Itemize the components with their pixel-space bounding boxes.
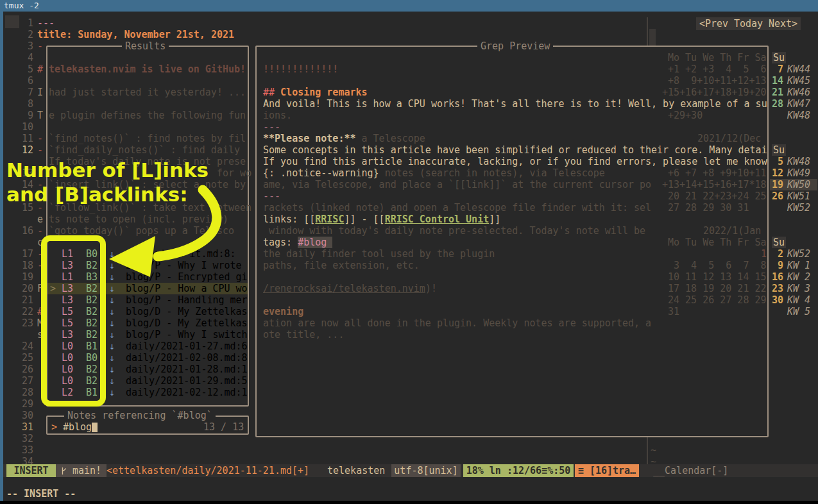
calendar-today-button[interactable]: Today xyxy=(731,17,766,30)
prompt-panel-title: Notes referencing `#blog` xyxy=(64,410,216,421)
buffer-line-seg: telekasten.nvim is live on GitHub! xyxy=(49,63,246,75)
down-arrow-icon: ↓ xyxy=(109,329,115,340)
preview-line-seg: #blog xyxy=(298,237,332,248)
buffer-line-seg: `find_notes()` : find notes by fil xyxy=(49,133,246,144)
preview-line: the daily finder tool used by the plugin xyxy=(263,248,495,260)
calendar-week-number: KW45 xyxy=(787,75,810,87)
calendar-week-number: KW48 xyxy=(787,156,810,167)
preview-line: +15+16+17+18+19+20 xyxy=(662,87,767,98)
result-file: blog/P - Why I switche xyxy=(126,329,248,340)
preview-line-seg: evening xyxy=(263,306,303,317)
calendar-date[interactable]: 19 xyxy=(772,179,783,190)
preview-line: window with today's daily note pre-selec… xyxy=(263,225,645,237)
prompt-input[interactable]: #blog xyxy=(63,421,92,433)
preview-line: links: [[RRISC]] - [[RRISC Control Unit]… xyxy=(263,214,500,225)
buffer-line-seg: title: Sunday, November 21st, 2021 xyxy=(37,29,234,40)
preview-line: 17 18 19 20 21 22 xyxy=(668,283,767,294)
line-number: 20 xyxy=(12,283,33,294)
preview-line: tags: #blog xyxy=(263,237,332,248)
statusline: INSERT main!<ettelkasten/daily/2021-11-2… xyxy=(3,464,818,477)
calendar-date[interactable]: 26 xyxy=(772,190,783,202)
preview-line: --- xyxy=(263,190,280,202)
calendar-prev-button[interactable]: <Prev xyxy=(696,17,731,30)
preview-line: +13+14+15+16+17*18 xyxy=(662,179,767,190)
down-arrow-icon: ↓ xyxy=(109,364,115,375)
buffer-line-seg: --- xyxy=(37,17,55,29)
calendar-date[interactable]: 16 xyxy=(772,271,783,283)
calendar-date[interactable]: 28 xyxy=(772,98,783,110)
buffer-line: had just started it yesterday! ... xyxy=(49,87,246,98)
preview-line-seg: RRISC Control Unit xyxy=(385,214,490,225)
calendar-next-button[interactable]: Next> xyxy=(765,17,801,30)
line-number: 7 xyxy=(12,87,33,98)
line-number: 18 xyxy=(12,260,33,271)
line-number: 8 xyxy=(12,98,33,110)
preview-line-seg: Some concepts in this article have been … xyxy=(263,144,767,156)
down-arrow-icon: ↓ xyxy=(109,294,115,306)
calendar-date[interactable]: 12 xyxy=(772,167,783,179)
preview-line: 2022/1(Jan xyxy=(703,225,761,237)
preview-line-seg: )! xyxy=(425,283,437,294)
line-number: 23 xyxy=(12,317,33,329)
calendar-date[interactable]: 30 xyxy=(772,294,783,306)
window-titlebar[interactable]: tmux -2 xyxy=(0,0,818,12)
down-arrow-icon: ↓ xyxy=(109,352,115,364)
calendar-date[interactable]: 9 xyxy=(772,260,783,271)
preview-line-seg: window with today's daily note pre-selec… xyxy=(263,225,645,237)
preview-line-seg: ation are now all done in the plugin. We… xyxy=(263,317,651,329)
preview-line-seg: +29+30 xyxy=(668,110,703,121)
window-border-left xyxy=(0,12,3,504)
line-number: 1 xyxy=(12,17,33,29)
buffer-line-seg: had just started it yesterday! ... xyxy=(49,87,246,98)
down-arrow-icon: ↓ xyxy=(109,340,115,352)
warning-segment: ≡ [16]tra… xyxy=(575,464,639,477)
encoding-segment: utf-8[unix] xyxy=(391,464,461,477)
preview-line: If you find this article inaccurate, lac… xyxy=(263,156,767,167)
calendar-date[interactable]: 14 xyxy=(772,75,783,87)
preview-line-seg: **Please note:** xyxy=(263,133,356,144)
git-branch-segment: main! xyxy=(56,464,107,477)
preview-line-seg: 17 18 19 20 21 22 xyxy=(668,283,767,294)
preview-line: 20 21 22+23+24 25 xyxy=(668,190,767,202)
calendar-date[interactable]: 21 xyxy=(772,87,783,98)
preview-line-seg: Closing remarks xyxy=(280,87,367,98)
preview-line: 3 4 5 6 7 8 xyxy=(668,260,767,271)
preview-line-seg: notes (search in notes), via Telescope xyxy=(379,167,605,179)
buffer-margin-char: - xyxy=(37,133,43,144)
preview-line-seg: ote title, ... xyxy=(263,329,344,340)
prompt-char: > xyxy=(51,421,57,433)
calendar-date[interactable]: 2 xyxy=(772,248,783,260)
calendar-week-number: KW50 xyxy=(787,179,810,190)
calendar-week-number: KW51 xyxy=(787,190,810,202)
preview-line-seg: And voila! This is how a CPU works! That… xyxy=(263,98,767,110)
preview-line-seg: ]] xyxy=(489,214,500,225)
buffer-line: title: Sunday, November 21st, 2021 xyxy=(37,29,234,40)
calendar-date[interactable]: 23 xyxy=(772,283,783,294)
preview-line-seg: +13+14+15+16+17*18 xyxy=(662,179,767,190)
filetype-segment: telekasten xyxy=(327,464,385,477)
line-number: 10 xyxy=(12,121,33,133)
preview-line: 27 28 29 30 31 xyxy=(668,202,749,214)
preview-line-seg: +6 +7 +8 +9+10+11 xyxy=(668,167,767,179)
preview-line-seg: ]] - [[ xyxy=(344,214,384,225)
preview-line: 24 25 26 27 28 29 xyxy=(668,294,767,306)
line-number: 19 xyxy=(12,271,33,283)
calendar-week-number: KW47 xyxy=(787,98,810,110)
buffer-line: for wo xyxy=(217,167,251,179)
result-file: blog/P - Encrypted git xyxy=(126,271,248,283)
calendar-date[interactable]: 7 xyxy=(772,63,783,75)
terminal-window: 1234567891011121314151617181920212223242… xyxy=(0,0,818,504)
preview-line-seg: the daily finder tool used by the plugin xyxy=(263,248,495,260)
calendar-date[interactable]: 5 xyxy=(772,156,783,167)
down-arrow-icon: ↓ xyxy=(109,248,115,260)
result-file: daily/2021-02-12.md:10 xyxy=(126,387,248,398)
result-file: daily/2021-01-28.md:10 xyxy=(126,364,248,375)
preview-line-seg: 2022/1(Jan xyxy=(703,225,761,237)
preview-line-seg: 27 28 29 30 31 xyxy=(668,202,749,214)
position-segment: 18% ln :12/66≡%:50 xyxy=(463,464,574,477)
preview-line-seg: RRISC xyxy=(315,214,344,225)
preview-line-seg: --- xyxy=(263,190,280,202)
preview-line-seg: 24 25 26 27 28 29 xyxy=(668,294,767,306)
empty-line-tilde: ~ xyxy=(651,444,656,456)
buffer-line: telekasten.nvim is live on GitHub! xyxy=(49,63,246,75)
